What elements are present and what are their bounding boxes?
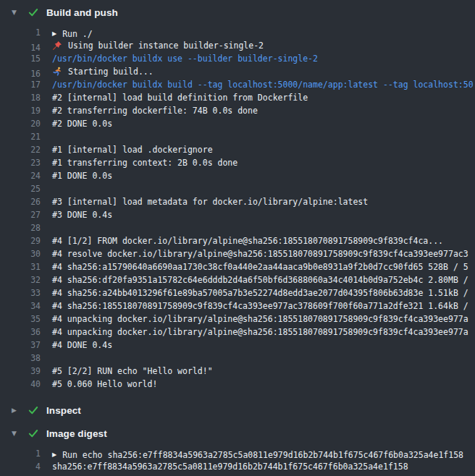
log-text: #4 unpacking docker.io/library/alpine@sh… <box>41 326 475 339</box>
log-text: #1 DONE 0.0s <box>41 169 475 182</box>
line-number[interactable]: 31 <box>0 260 41 273</box>
line-number[interactable]: 24 <box>0 169 41 182</box>
runner-icon <box>52 67 62 77</box>
line-number[interactable]: 36 <box>0 326 41 339</box>
line-number[interactable]: 35 <box>0 313 41 326</box>
line-number[interactable]: 26 <box>0 195 41 208</box>
log-text-content: #1 transferring context: 2B 0.0s done <box>52 156 238 169</box>
section-toggle-icon[interactable]: ▼ <box>12 9 22 16</box>
log-text: #4 unpacking docker.io/library/alpine@sh… <box>41 313 475 326</box>
log-section: ▼ Image digest 1 ▶Run echo sha256:e7ff88… <box>0 421 475 476</box>
section-toggle-icon[interactable]: ▶ <box>12 407 22 414</box>
section-log: 1 ▶Run ./ 14 Using builder instance buil… <box>0 23 475 398</box>
line-number[interactable]: 37 <box>0 339 41 352</box>
log-text: /usr/bin/docker buildx use --builder bui… <box>41 52 475 65</box>
line-number[interactable]: 19 <box>0 104 41 117</box>
section-header-build-and-push[interactable]: ▼ Build and push <box>0 0 475 23</box>
log-text-content: Using builder instance builder-single-2 <box>68 39 264 52</box>
log-line: 35 #4 unpacking docker.io/library/alpine… <box>0 313 475 326</box>
log-text-content: /usr/bin/docker buildx use --builder bui… <box>52 52 318 65</box>
log-text: #2 [internal] load build definition from… <box>41 91 475 104</box>
line-number[interactable]: 1 <box>0 447 41 460</box>
log-line: 32 #4 sha256:df20fa9351a15782c64e6dddb2d… <box>0 273 475 286</box>
log-line: 4 sha256:e7ff8834a5963a2785c5a0811e979d1… <box>0 460 475 473</box>
log-text: Starting build... <box>41 65 475 78</box>
line-number[interactable]: 25 <box>0 182 41 195</box>
line-number[interactable]: 4 <box>0 460 41 473</box>
log-text: #1 [internal] load .dockerignore <box>41 143 475 156</box>
line-number[interactable]: 29 <box>0 234 41 247</box>
log-line: 20 #2 DONE 0.0s <box>0 117 475 130</box>
line-number[interactable]: 21 <box>0 130 41 143</box>
log-text-content: #4 sha256:a24bb4013296f61e89ba57005a7b3e… <box>52 286 468 299</box>
line-number[interactable]: 33 <box>0 286 41 299</box>
log-text: #1 transferring context: 2B 0.0s done <box>41 156 475 169</box>
log-text: sha256:e7ff8834a5963a2785c5a0811e979d16b… <box>41 460 475 473</box>
log-text-content: #4 unpacking docker.io/library/alpine@sh… <box>52 326 468 339</box>
line-number[interactable]: 27 <box>0 208 41 221</box>
log-line: 26 #3 [internal] load metadata for docke… <box>0 195 475 208</box>
line-number[interactable]: 15 <box>0 52 41 65</box>
log-text: Using builder instance builder-single-2 <box>41 39 475 52</box>
log-line: 36 #4 unpacking docker.io/library/alpine… <box>0 326 475 339</box>
log-text-content: #3 [internal] load metadata for docker.i… <box>52 195 368 208</box>
log-text-content: #4 sha256:df20fa9351a15782c64e6dddb2d4a6… <box>52 273 468 286</box>
actions-log-viewer: ▼ Build and push 1 ▶Run ./ 14 Using buil… <box>0 0 475 476</box>
log-line: 25 <box>0 182 475 195</box>
log-line: 34 #4 sha256:185518070891758909c9f839cf4… <box>0 299 475 313</box>
line-number[interactable]: 32 <box>0 273 41 286</box>
log-line: 24 #1 DONE 0.0s <box>0 169 475 182</box>
log-line: 30 #4 resolve docker.io/library/alpine@s… <box>0 247 475 260</box>
check-icon <box>28 428 39 439</box>
log-text: /usr/bin/docker buildx build --tag local… <box>41 78 475 91</box>
log-text-content: Starting build... <box>68 65 154 78</box>
log-text-content: /usr/bin/docker buildx build --tag local… <box>52 78 474 91</box>
line-number[interactable]: 28 <box>0 221 41 234</box>
log-line: 15 /usr/bin/docker buildx use --builder … <box>0 52 475 65</box>
log-text: #3 DONE 0.4s <box>41 208 475 221</box>
log-line: 23 #1 transferring context: 2B 0.0s done <box>0 156 475 169</box>
line-number[interactable]: 17 <box>0 78 41 91</box>
log-text-content: sha256:e7ff8834a5963a2785c5a0811e979d16b… <box>52 460 408 473</box>
log-text-content: #4 resolve docker.io/library/alpine@sha2… <box>52 247 468 260</box>
log-text: #4 sha256:df20fa9351a15782c64e6dddb2d4a6… <box>41 273 475 286</box>
log-line: 39 #5 [2/2] RUN echo "Hello world!" <box>0 365 475 378</box>
section-title: Image digest <box>46 428 107 439</box>
log-text: #5 0.060 Hello world! <box>41 378 475 391</box>
line-number[interactable]: 20 <box>0 117 41 130</box>
log-line: 33 #4 sha256:a24bb4013296f61e89ba57005a7… <box>0 286 475 299</box>
line-number[interactable]: 1 <box>0 26 41 39</box>
log-text-content: #2 transferring dockerfile: 74B 0.0s don… <box>52 104 258 117</box>
log-section: ▼ Build and push 1 ▶Run ./ 14 Using buil… <box>0 0 475 398</box>
section-log: 1 ▶Run echo sha256:e7ff8834a5963a2785c5a… <box>0 444 475 476</box>
log-line: 28 <box>0 221 475 234</box>
log-text-content: #1 DONE 0.0s <box>52 169 112 182</box>
line-number[interactable]: 23 <box>0 156 41 169</box>
log-text-content: #2 [internal] load build definition from… <box>52 91 308 104</box>
log-text-content: #4 sha256:185518070891758909c9f839cf4ca3… <box>52 299 468 313</box>
log-text-content: #4 [1/2] FROM docker.io/library/alpine@s… <box>52 234 443 247</box>
section-toggle-icon[interactable]: ▼ <box>12 430 22 437</box>
section-header-image-digest[interactable]: ▼ Image digest <box>0 421 475 444</box>
line-number[interactable]: 39 <box>0 365 41 378</box>
log-text: #4 sha256:a24bb4013296f61e89ba57005a7b3e… <box>41 286 475 299</box>
log-line: 16 Starting build... <box>0 65 475 78</box>
log-line: 19 #2 transferring dockerfile: 74B 0.0s … <box>0 104 475 117</box>
section-header-inspect[interactable]: ▶ Inspect <box>0 398 475 421</box>
line-number[interactable]: 18 <box>0 91 41 104</box>
line-number[interactable]: 30 <box>0 247 41 260</box>
log-line: 31 #4 sha256:a15790640a6690aa1730c38cf0a… <box>0 260 475 273</box>
log-text: #4 DONE 0.4s <box>41 339 475 352</box>
log-text-content: #4 unpacking docker.io/library/alpine@sh… <box>52 313 468 326</box>
log-line: 14 Using builder instance builder-single… <box>0 39 475 52</box>
line-number[interactable]: 40 <box>0 378 41 391</box>
line-number[interactable]: 38 <box>0 352 41 365</box>
log-line: 40 #5 0.060 Hello world! <box>0 378 475 391</box>
log-text: #3 [internal] load metadata for docker.i… <box>41 195 475 208</box>
line-number[interactable]: 22 <box>0 143 41 156</box>
log-text-content: #4 sha256:a15790640a6690aa1730c38cf0a440… <box>52 260 468 273</box>
line-number[interactable]: 34 <box>0 299 41 313</box>
check-icon <box>28 404 39 416</box>
log-line: 1 ▶Run echo sha256:e7ff8834a5963a2785c5a… <box>0 447 475 460</box>
log-section: ▶ Inspect <box>0 398 475 421</box>
